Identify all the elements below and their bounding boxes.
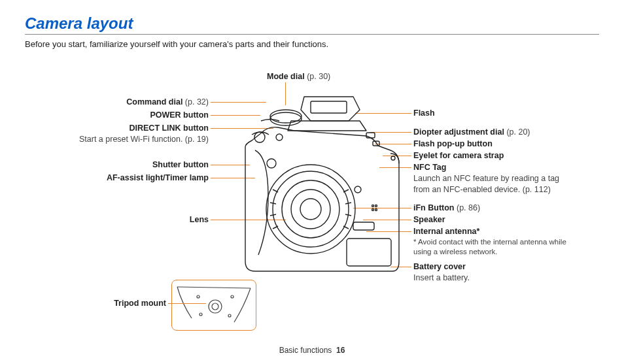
svg-point-13 — [391, 156, 395, 160]
tripod-inset — [171, 280, 256, 331]
svg-point-1 — [270, 112, 302, 125]
svg-point-16 — [266, 165, 355, 254]
svg-point-4 — [276, 134, 283, 141]
svg-point-17 — [273, 171, 349, 247]
speaker-label: Speaker — [413, 215, 445, 224]
svg-rect-0 — [311, 101, 347, 113]
tripod-label: Tripod mount — [114, 299, 166, 308]
label-af-assist: AF-assist light/Timer lamp — [107, 173, 209, 184]
footer-section: Basic functions — [279, 346, 332, 355]
label-power-button: POWER button — [150, 110, 209, 121]
svg-line-22 — [270, 203, 276, 204]
title-rule — [25, 34, 599, 35]
shutter-label: Shutter button — [152, 160, 209, 169]
svg-point-10 — [375, 209, 377, 211]
eyelet-label: Eyelet for camera strap — [413, 151, 504, 160]
svg-point-6 — [355, 186, 361, 193]
label-command-dial: Command dial (p. 32) — [126, 97, 209, 108]
label-lens: Lens — [190, 214, 209, 225]
flash-label: Flash — [413, 108, 435, 118]
svg-point-30 — [212, 303, 218, 310]
svg-point-33 — [199, 313, 202, 316]
ifn-label: iFn Button — [413, 203, 454, 212]
label-nfc: NFC Tag Launch an NFC feature by reading… — [413, 162, 567, 195]
antenna-label: Internal antenna* — [413, 226, 580, 237]
svg-rect-11 — [353, 222, 374, 230]
label-ifn: iFn Button (p. 86) — [413, 203, 480, 214]
intro-text: Before you start, familiarize yourself w… — [25, 39, 328, 49]
svg-point-19 — [291, 190, 330, 229]
svg-rect-14 — [366, 133, 375, 138]
svg-point-31 — [197, 295, 199, 298]
camera-illustration — [232, 91, 409, 281]
svg-point-32 — [231, 295, 234, 298]
svg-point-29 — [209, 300, 222, 313]
lens-label: Lens — [190, 215, 209, 224]
mode-dial-label: Mode dial — [267, 72, 305, 81]
tripod-illustration — [172, 280, 256, 330]
af-assist-label: AF-assist light/Timer lamp — [107, 173, 209, 182]
command-dial-label: Command dial — [126, 97, 182, 107]
svg-point-7 — [372, 205, 374, 207]
diopter-label: Diopter adjustment dial — [413, 127, 504, 137]
mode-dial-ref: (p. 30) — [307, 72, 330, 81]
ifn-ref: (p. 86) — [457, 203, 480, 212]
label-mode-dial: Mode dial (p. 30) — [267, 71, 330, 82]
nfc-label: NFC Tag — [413, 162, 567, 173]
page-title: Camera layout — [25, 14, 133, 33]
antenna-note: * Avoid contact with the internal antenn… — [413, 237, 580, 257]
direct-link-label: DIRECT LINK button — [79, 123, 209, 134]
svg-point-18 — [282, 180, 339, 238]
nfc-desc: Launch an NFC feature by reading a tag f… — [413, 173, 567, 195]
svg-point-2 — [270, 110, 302, 123]
svg-line-27 — [345, 214, 351, 216]
command-dial-ref: (p. 32) — [185, 97, 209, 107]
battery-label: Battery cover — [413, 261, 470, 273]
label-battery: Battery cover Insert a battery. — [413, 261, 470, 284]
diopter-ref: (p. 20) — [506, 127, 530, 137]
flash-popup-label: Flash pop-up button — [413, 139, 493, 148]
label-speaker: Speaker — [413, 214, 445, 225]
label-shutter: Shutter button — [152, 159, 209, 171]
leader-tripod — [168, 303, 206, 304]
page-footer: Basic functions 16 — [0, 346, 624, 355]
label-antenna: Internal antenna* * Avoid contact with t… — [413, 226, 580, 257]
svg-line-26 — [345, 203, 351, 204]
svg-point-20 — [300, 199, 321, 220]
power-button-label: POWER button — [150, 110, 209, 120]
label-tripod: Tripod mount — [114, 298, 166, 309]
footer-page: 16 — [336, 346, 345, 355]
label-diopter: Diopter adjustment dial (p. 20) — [413, 127, 530, 138]
svg-point-5 — [267, 159, 276, 168]
label-direct-link: DIRECT LINK button Start a preset Wi-Fi … — [79, 123, 209, 145]
svg-point-9 — [372, 209, 374, 211]
battery-desc: Insert a battery. — [413, 273, 470, 284]
svg-point-34 — [228, 314, 231, 317]
label-flash-popup: Flash pop-up button — [413, 139, 493, 150]
svg-line-23 — [270, 214, 276, 216]
label-eyelet: Eyelet for camera strap — [413, 150, 504, 161]
svg-rect-12 — [347, 239, 391, 266]
svg-point-8 — [375, 205, 377, 207]
direct-link-desc: Start a preset Wi-Fi function. (p. 19) — [79, 134, 209, 145]
label-flash: Flash — [413, 108, 435, 119]
